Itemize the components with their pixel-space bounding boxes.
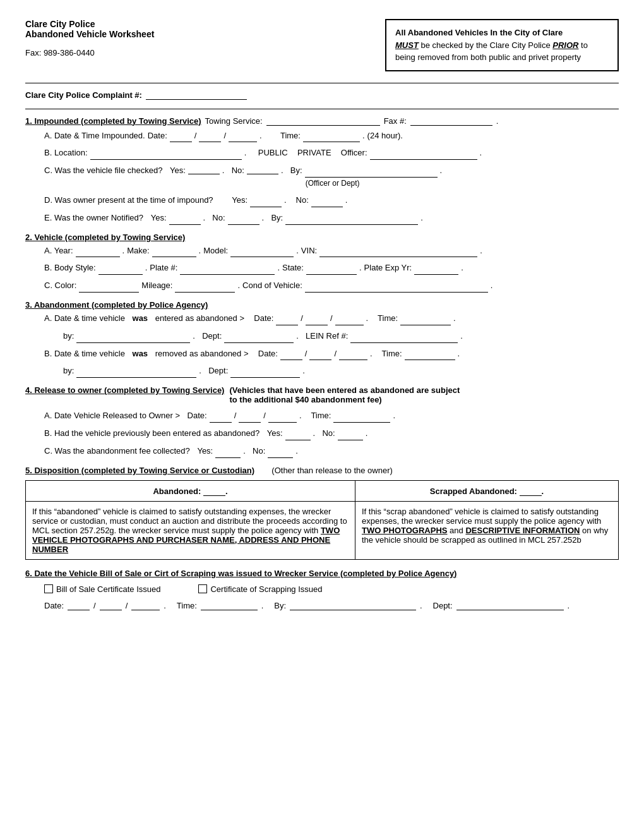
s3b-time-label: Time:	[382, 348, 402, 361]
bill-of-sale-checkbox[interactable]: Bill of Sale Certificate Issued	[44, 584, 160, 594]
s2c-mileage-field[interactable]	[175, 282, 235, 293]
notice-box: All Abandoned Vehicles In the City of Cl…	[385, 19, 619, 71]
s4b-yes-label: Yes:	[267, 427, 283, 440]
section3: 3. Abandonment (completed by Police Agen…	[25, 300, 619, 378]
s3b-date-dd[interactable]	[309, 350, 331, 360]
s2a-year: A. Year:	[44, 245, 73, 258]
s2a-year-field[interactable]	[76, 247, 120, 257]
section2-c: C. Color: Mileage: . Cond of Vehicle: .	[25, 279, 619, 293]
s3a-date-label: Date:	[254, 312, 273, 325]
s2a-vin-field[interactable]	[319, 247, 477, 257]
section4-c: C. Was the abandonment fee collected? Ye…	[25, 445, 619, 458]
s3b-dept-label: Dept:	[208, 365, 228, 378]
s1a-date-yyyy[interactable]	[229, 132, 257, 142]
s1c-by-field[interactable]	[305, 167, 438, 178]
s4a-date-dd[interactable]	[239, 413, 261, 423]
section1-towing-label: Towing Service:	[205, 116, 263, 126]
s1b-officer-label: Officer:	[341, 147, 367, 160]
s2c-color-field[interactable]	[79, 282, 139, 293]
s1a-date-mm[interactable]	[170, 132, 192, 142]
s1e-no-label: No:	[212, 212, 225, 225]
s6-time-field[interactable]	[201, 600, 258, 610]
s6-date-yyyy[interactable]	[131, 600, 160, 610]
s1c-label: C. Was the vehicle file checked?	[44, 164, 162, 178]
fax-field[interactable]	[410, 116, 492, 126]
s2a-make-field[interactable]	[152, 247, 196, 257]
form-title: Abandoned Vehicle Worksheet	[25, 29, 385, 39]
s4c-no-field[interactable]	[268, 448, 293, 458]
s3a-by-field[interactable]	[76, 333, 190, 343]
s1e-no-field[interactable]	[228, 215, 259, 225]
s3a-date-mm[interactable]	[276, 315, 298, 325]
page-header: Clare City Police Abandoned Vehicle Work…	[25, 19, 619, 71]
s2a-vin: VIN:	[301, 245, 317, 258]
s1a-date-dd[interactable]	[199, 132, 221, 142]
scrapped-text1: If this “scrap abandoned” vehicle is cla…	[362, 507, 601, 526]
abandoned-text1: If this “abandoned” vehicle is claimed t…	[32, 507, 347, 535]
s2b-plate-field[interactable]	[180, 265, 275, 275]
s3a-date-dd[interactable]	[306, 315, 328, 325]
s3a-date-yyyy[interactable]	[335, 315, 364, 325]
s2c-cond-field[interactable]	[305, 282, 488, 293]
s1e-by-field[interactable]	[285, 215, 418, 225]
section1-fax-label: Fax #:	[384, 116, 407, 126]
s4a-time-field[interactable]	[333, 413, 390, 423]
s3a-lein-field[interactable]	[350, 333, 458, 343]
cert-checkbox-box[interactable]	[198, 584, 207, 593]
s6-date-mm[interactable]	[68, 600, 90, 610]
s1b-officer-field[interactable]	[370, 150, 477, 160]
s6-by-field[interactable]	[290, 600, 416, 610]
s2b-exp-field[interactable]	[414, 265, 458, 275]
section3-title: 3. Abandonment (completed by Police Agen…	[25, 300, 208, 310]
s4a-date-label: Date:	[188, 409, 207, 423]
section2-title: 2. Vehicle (completed by Towing Service)	[25, 233, 185, 242]
s3b-date-mm[interactable]	[280, 350, 302, 360]
s3b-date-yyyy[interactable]	[339, 350, 367, 360]
s3b-by-field[interactable]	[76, 368, 196, 378]
s3b-time-field[interactable]	[405, 350, 455, 360]
section4-title: 4. Release to owner (completed by Towing…	[25, 385, 224, 395]
s1e-yes-field[interactable]	[169, 215, 201, 225]
s3a-rest: entered as abandoned >	[155, 312, 244, 325]
s4a-date-yyyy[interactable]	[268, 413, 297, 423]
abandoned-header-field[interactable]	[203, 486, 225, 496]
s1a-time-label: Time:	[280, 130, 301, 143]
section3-b1: B. Date & time vehicle was removed as ab…	[25, 348, 619, 361]
s2b-state-field[interactable]	[306, 265, 357, 275]
section5-title: 5. Disposition (completed by Towing Serv…	[25, 466, 254, 475]
s2a-make: Make:	[127, 245, 149, 258]
s4b-yes-field[interactable]	[285, 430, 311, 440]
section4: 4. Release to owner (completed by Towing…	[25, 385, 619, 457]
bill-checkbox-box[interactable]	[44, 584, 53, 593]
s3a-dept-field[interactable]	[224, 333, 294, 343]
s1a-time-field[interactable]	[303, 132, 360, 142]
s2b-body-field[interactable]	[98, 265, 143, 275]
s6-dept-field[interactable]	[456, 600, 564, 610]
notice-prior: PRIOR	[552, 40, 578, 50]
s1c-no-field[interactable]	[247, 164, 278, 174]
s1b-label: B. Location:	[44, 147, 88, 160]
cert-scrapping-checkbox[interactable]: Certificate of Scrapping Issued	[198, 584, 322, 594]
s4b-no-label: No:	[322, 427, 335, 440]
s3b-dept-field[interactable]	[230, 368, 300, 378]
s4b-no-field[interactable]	[338, 430, 363, 440]
s3a-time-label: Time:	[378, 312, 398, 325]
complaint-field[interactable]	[146, 90, 247, 100]
s2a-model-field[interactable]	[230, 247, 294, 257]
scrapped-header: Scrapped Abandoned: .	[355, 480, 618, 501]
towing-service-field[interactable]	[266, 116, 380, 126]
section3-b2: by: . Dept: .	[25, 365, 619, 378]
s4c-yes-field[interactable]	[215, 448, 241, 458]
s6-date-dd[interactable]	[100, 600, 122, 610]
s4a-date-mm[interactable]	[210, 413, 232, 423]
s3a-time-field[interactable]	[400, 315, 451, 325]
s4a-time-label: Time:	[311, 409, 331, 423]
scrapped-header-field[interactable]	[520, 486, 542, 496]
s1d-no-field[interactable]	[311, 197, 343, 207]
s1c-yes-field[interactable]	[188, 164, 220, 174]
s1b-location-field[interactable]	[90, 150, 242, 160]
section5-subtitle: (Other than release to the owner)	[271, 466, 393, 475]
s2b-state: State:	[282, 262, 304, 275]
s1d-yes-field[interactable]	[250, 197, 282, 207]
s1c-no-label: No:	[232, 164, 244, 178]
